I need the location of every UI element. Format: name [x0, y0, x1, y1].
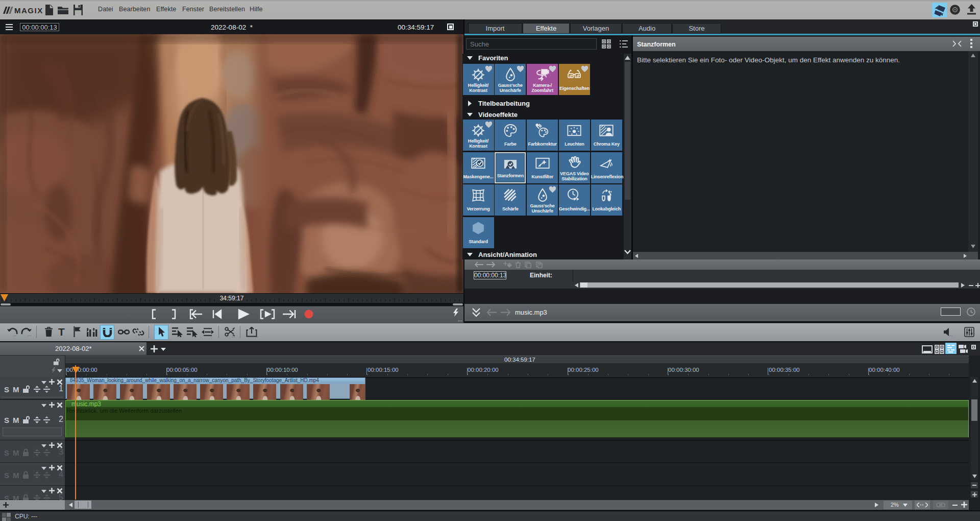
svg-text:...: ... — [13, 333, 17, 337]
svg-text:...: ... — [211, 334, 214, 336]
svg-text:...: ... — [28, 333, 31, 337]
svg-text:...: ... — [255, 334, 258, 337]
svg-text:...: ... — [949, 333, 952, 337]
svg-text:...: ... — [232, 334, 235, 337]
